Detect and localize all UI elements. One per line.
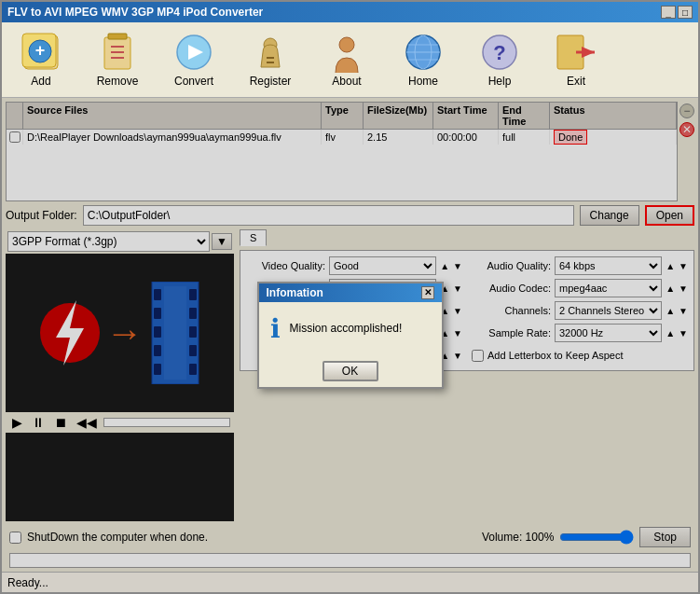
svg-point-14	[339, 37, 354, 52]
exit-icon	[556, 32, 597, 73]
remove-icon	[97, 32, 138, 73]
convert-icon	[173, 32, 214, 73]
about-button[interactable]: About	[309, 26, 384, 93]
remove-label: Remove	[97, 75, 139, 88]
window-title: FLV to AVI MPEG WMV 3GP MP4 iPod Convert…	[7, 6, 263, 19]
status-text: Ready...	[7, 576, 48, 589]
title-bar: FLV to AVI MPEG WMV 3GP MP4 iPod Convert…	[2, 2, 698, 22]
svg-text:?: ?	[493, 41, 505, 64]
convert-button[interactable]: Convert	[157, 26, 231, 93]
add-icon: +	[21, 32, 62, 73]
add-button[interactable]: + Add	[4, 26, 78, 93]
home-label: Home	[408, 75, 438, 88]
remove-button[interactable]: Remove	[80, 26, 155, 93]
about-label: About	[332, 75, 361, 88]
svg-rect-5	[108, 34, 127, 39]
title-bar-buttons: _ □	[661, 6, 693, 19]
help-label: Help	[488, 75, 512, 88]
exit-button[interactable]: Exit	[539, 26, 613, 93]
dialog-body: ℹ Mission accomplished!	[259, 302, 442, 355]
svg-text:+: +	[35, 41, 46, 60]
help-icon: ?	[479, 32, 520, 73]
convert-label: Convert	[174, 75, 213, 88]
register-icon	[250, 32, 291, 73]
maximize-button[interactable]: □	[678, 6, 693, 19]
home-icon	[403, 32, 444, 73]
toolbar: + Add Remove	[2, 22, 698, 98]
dialog-title: Infomation	[267, 286, 323, 299]
info-icon: ℹ	[270, 313, 281, 344]
home-button[interactable]: Home	[386, 26, 460, 93]
register-button[interactable]: Register	[233, 26, 308, 93]
help-button[interactable]: ? Help	[462, 26, 537, 93]
dialog-title-bar: Infomation ✕	[259, 283, 442, 302]
exit-label: Exit	[567, 75, 585, 88]
modal-overlay: Infomation ✕ ℹ Mission accomplished! OK	[2, 98, 698, 572]
dialog-close-button[interactable]: ✕	[421, 286, 434, 299]
dialog-message: Mission accomplished!	[290, 322, 403, 335]
main-window: FLV to AVI MPEG WMV 3GP MP4 iPod Convert…	[0, 0, 700, 594]
minimize-button[interactable]: _	[661, 6, 676, 19]
status-bar: Ready...	[2, 572, 698, 592]
ok-button[interactable]: OK	[323, 361, 378, 381]
register-label: Register	[250, 75, 292, 88]
content-area: Source Files Type FileSize(Mb) Start Tim…	[2, 98, 698, 572]
information-dialog: Infomation ✕ ℹ Mission accomplished! OK	[257, 282, 444, 389]
dialog-footer: OK	[259, 355, 442, 387]
about-icon	[326, 32, 367, 73]
add-label: Add	[31, 75, 50, 88]
